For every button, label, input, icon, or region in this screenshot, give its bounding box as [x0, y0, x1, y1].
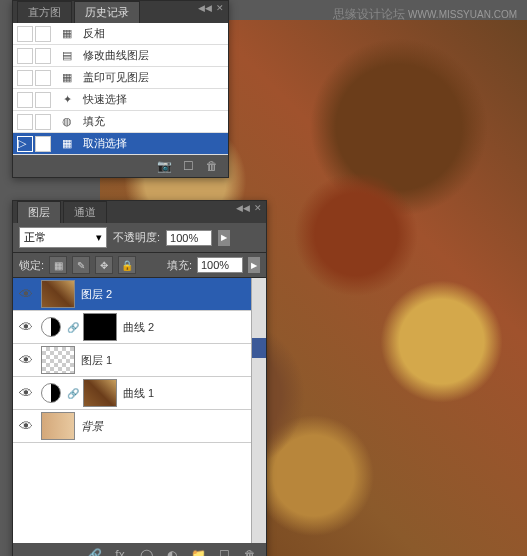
lock-transparency-icon[interactable]: ▦	[49, 256, 67, 274]
tab-layers[interactable]: 图层	[17, 201, 61, 223]
history-item[interactable]: ▤ 修改曲线图层	[13, 45, 228, 67]
collapse-icon[interactable]: ◀◀	[198, 3, 212, 13]
mask-icon[interactable]: ◯	[138, 547, 154, 556]
adjustment-icon	[41, 317, 61, 337]
group-icon[interactable]: 📁	[190, 547, 206, 556]
scrollbar[interactable]	[251, 278, 266, 543]
deselect-icon: ▦	[59, 136, 75, 152]
layer-row[interactable]: 👁 🔗 曲线 1	[13, 377, 251, 410]
history-item[interactable]: ✦ 快速选择	[13, 89, 228, 111]
tab-channels[interactable]: 通道	[63, 201, 107, 223]
tab-history[interactable]: 历史记录	[74, 1, 140, 23]
history-footer: 📷 ☐ 🗑	[13, 155, 228, 177]
mask-thumb[interactable]	[83, 379, 117, 407]
visibility-icon[interactable]: 👁	[17, 285, 35, 303]
link-icon: 🔗	[67, 388, 77, 399]
stamp-icon: ▦	[59, 70, 75, 86]
adjustment-icon	[41, 383, 61, 403]
history-item[interactable]: ▦ 盖印可见图层	[13, 67, 228, 89]
layer-row[interactable]: 👁 图层 2	[13, 278, 251, 311]
layer-thumb[interactable]	[41, 412, 75, 440]
watermark: 思缘设计论坛 WWW.MISSYUAN.COM	[333, 6, 517, 23]
fill-label: 填充:	[167, 258, 192, 273]
tab-histogram[interactable]: 直方图	[17, 1, 72, 23]
link-layers-icon[interactable]: 🔗	[86, 547, 102, 556]
history-item-selected[interactable]: ▷ ▦ 取消选择	[13, 133, 228, 155]
lock-row: 锁定: ▦ ✎ ✥ 🔒 填充: 100% ▶	[13, 253, 266, 278]
history-panel: 直方图 历史记录 ◀◀ ✕ ▦ 反相 ▤ 修改曲线图层 ▦ 盖印可见图层	[12, 0, 229, 178]
layer-row[interactable]: 👁 🔗 曲线 2	[13, 311, 251, 344]
close-icon[interactable]: ✕	[216, 3, 224, 13]
watermark-text: 思缘设计论坛	[333, 7, 405, 21]
close-icon[interactable]: ✕	[254, 203, 262, 213]
history-tab-bar: 直方图 历史记录 ◀◀ ✕	[13, 1, 228, 23]
collapse-icon[interactable]: ◀◀	[236, 203, 250, 213]
opacity-input[interactable]: 100%	[166, 230, 212, 246]
layers-tab-bar: 图层 通道 ◀◀ ✕	[13, 201, 266, 223]
fill-icon: ◍	[59, 114, 75, 130]
layer-list: 👁 图层 2 👁 🔗 曲线 2 👁 图层 1 👁 🔗	[13, 278, 251, 543]
invert-icon: ▦	[59, 26, 75, 42]
layer-options-row: 正常▾ 不透明度: 100% ▶	[13, 223, 266, 253]
trash-icon[interactable]: 🗑	[242, 547, 258, 556]
layer-row[interactable]: 👁 图层 1	[13, 344, 251, 377]
adjustment-layer-icon[interactable]: ◐	[164, 547, 180, 556]
visibility-icon[interactable]: 👁	[17, 351, 35, 369]
layers-footer: 🔗 fx ◯ ◐ 📁 ☐ 🗑	[13, 543, 266, 556]
layer-row[interactable]: 👁 背景	[13, 410, 251, 443]
opacity-arrow[interactable]: ▶	[218, 230, 230, 246]
mask-thumb[interactable]	[83, 313, 117, 341]
history-item[interactable]: ◍ 填充	[13, 111, 228, 133]
new-state-icon[interactable]: ☐	[180, 158, 196, 174]
curves-icon: ▤	[59, 48, 75, 64]
fill-input[interactable]: 100%	[197, 257, 243, 273]
lock-position-icon[interactable]: ✥	[95, 256, 113, 274]
layer-thumb[interactable]	[41, 280, 75, 308]
wand-icon: ✦	[59, 92, 75, 108]
visibility-icon[interactable]: 👁	[17, 384, 35, 402]
snapshot-icon[interactable]: 📷	[156, 158, 172, 174]
layer-thumb[interactable]	[41, 346, 75, 374]
link-icon: 🔗	[67, 322, 77, 333]
trash-icon[interactable]: 🗑	[204, 158, 220, 174]
watermark-url: WWW.MISSYUAN.COM	[408, 9, 517, 20]
fill-arrow[interactable]: ▶	[248, 257, 260, 273]
new-layer-icon[interactable]: ☐	[216, 547, 232, 556]
history-list: ▦ 反相 ▤ 修改曲线图层 ▦ 盖印可见图层 ✦ 快速选择 ◍ 填充	[13, 23, 228, 155]
blend-mode-select[interactable]: 正常▾	[19, 227, 107, 248]
lock-label: 锁定:	[19, 258, 44, 273]
layers-panel: 图层 通道 ◀◀ ✕ 正常▾ 不透明度: 100% ▶ 锁定: ▦ ✎ ✥ 🔒 …	[12, 200, 267, 556]
visibility-icon[interactable]: 👁	[17, 318, 35, 336]
fx-icon[interactable]: fx	[112, 547, 128, 556]
lock-pixels-icon[interactable]: ✎	[72, 256, 90, 274]
visibility-icon[interactable]: 👁	[17, 417, 35, 435]
history-item[interactable]: ▦ 反相	[13, 23, 228, 45]
lock-all-icon[interactable]: 🔒	[118, 256, 136, 274]
opacity-label: 不透明度:	[113, 230, 160, 245]
